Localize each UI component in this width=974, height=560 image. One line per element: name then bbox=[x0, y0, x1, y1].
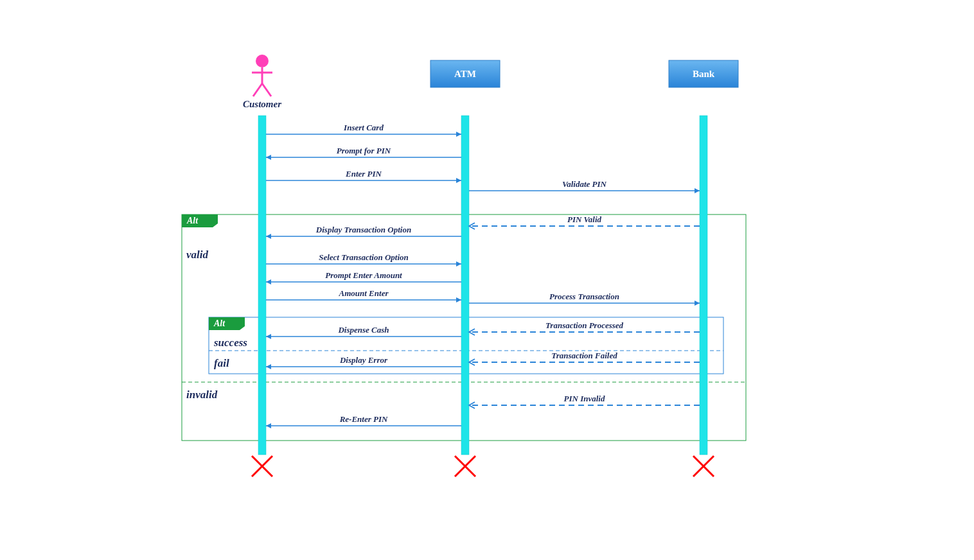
message-m8: Prompt Enter Amount bbox=[266, 270, 461, 284]
message-label: Display Transaction Option bbox=[315, 225, 411, 234]
message-m12: Dispense Cash bbox=[266, 325, 461, 339]
lifeline-bank: Bank bbox=[669, 60, 738, 477]
svg-marker-43 bbox=[266, 364, 271, 369]
message-label: Transaction Processed bbox=[545, 320, 624, 330]
svg-marker-46 bbox=[266, 423, 271, 428]
message-m15: PIN Invalid bbox=[469, 394, 700, 408]
message-m9: Amount Enter bbox=[266, 288, 461, 302]
message-label: Validate PIN bbox=[562, 179, 607, 189]
message-m1: Insert Card bbox=[266, 123, 461, 137]
message-m13: Transaction Failed bbox=[469, 351, 700, 365]
svg-marker-37 bbox=[695, 301, 700, 306]
lifeline-customer: Customer bbox=[243, 55, 281, 477]
svg-marker-29 bbox=[266, 234, 271, 239]
message-label: Display Error bbox=[339, 355, 388, 365]
message-label: PIN Invalid bbox=[564, 394, 605, 403]
message-label: Select Transaction Option bbox=[319, 252, 409, 262]
message-label: Re-Enter PIN bbox=[339, 414, 388, 424]
message-label: Dispense Cash bbox=[337, 325, 389, 335]
alt-label: Alt bbox=[213, 319, 226, 328]
actor-label-customer: Customer bbox=[243, 99, 281, 109]
svg-marker-26 bbox=[695, 188, 700, 193]
svg-rect-11 bbox=[258, 116, 266, 455]
lifeline-label-atm: ATM bbox=[454, 69, 476, 79]
svg-marker-24 bbox=[456, 178, 461, 183]
svg-rect-14 bbox=[461, 116, 469, 455]
message-label: Process Transaction bbox=[549, 292, 619, 301]
lifeline-label-bank: Bank bbox=[693, 69, 715, 79]
guard-label: success bbox=[213, 337, 247, 349]
message-label: Insert Card bbox=[343, 123, 384, 132]
alt-label: Alt bbox=[186, 216, 199, 225]
svg-rect-17 bbox=[700, 116, 707, 455]
message-label: Prompt Enter Amount bbox=[325, 270, 402, 280]
message-label: Prompt for PIN bbox=[337, 146, 391, 155]
guard-label: fail bbox=[214, 357, 229, 369]
message-m14: Display Error bbox=[266, 355, 461, 369]
message-m5: PIN Valid bbox=[469, 214, 700, 229]
message-m2: Prompt for PIN bbox=[266, 146, 461, 160]
lifeline-atm: ATM bbox=[430, 60, 500, 477]
svg-line-9 bbox=[253, 83, 262, 96]
svg-line-10 bbox=[262, 83, 271, 96]
message-label: Transaction Failed bbox=[551, 351, 617, 360]
svg-marker-22 bbox=[266, 155, 271, 160]
guard-label: invalid bbox=[186, 389, 218, 401]
sequence-diagram: AltvalidinvalidAltsuccessfailCustomerATM… bbox=[0, 0, 974, 560]
message-m3: Enter PIN bbox=[266, 169, 461, 183]
svg-marker-33 bbox=[266, 279, 271, 284]
message-m6: Display Transaction Option bbox=[266, 225, 461, 239]
message-m4: Validate PIN bbox=[469, 179, 700, 193]
message-m16: Re-Enter PIN bbox=[266, 414, 461, 428]
message-m10: Process Transaction bbox=[469, 292, 700, 306]
message-label: Amount Enter bbox=[339, 288, 389, 298]
svg-marker-31 bbox=[456, 261, 461, 267]
guard-label: valid bbox=[186, 249, 208, 261]
message-label: PIN Valid bbox=[567, 214, 602, 224]
message-m11: Transaction Processed bbox=[469, 320, 700, 335]
svg-point-6 bbox=[256, 55, 269, 67]
svg-marker-40 bbox=[266, 334, 271, 339]
message-label: Enter PIN bbox=[345, 169, 382, 179]
svg-marker-35 bbox=[456, 297, 461, 302]
message-m7: Select Transaction Option bbox=[266, 252, 461, 267]
svg-marker-20 bbox=[456, 132, 461, 137]
